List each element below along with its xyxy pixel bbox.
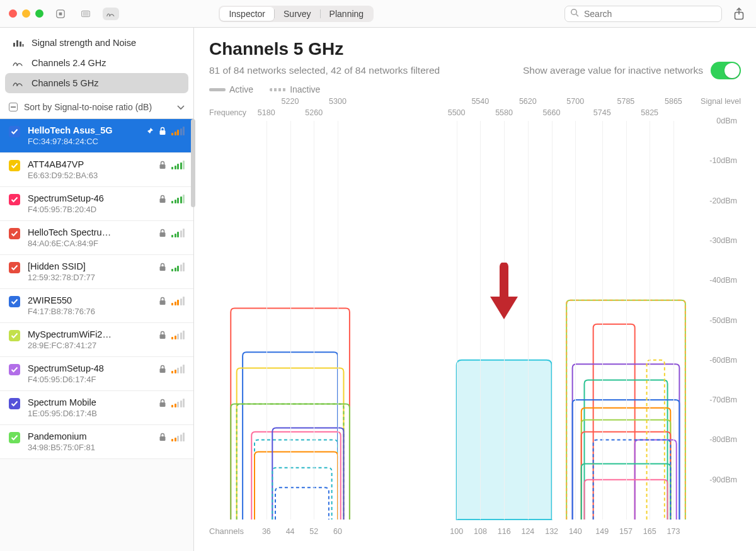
stop-scan-button[interactable] <box>52 8 69 20</box>
freq-tick-label: 5260 <box>305 108 323 117</box>
channel-tick-label: 116 <box>498 527 511 536</box>
svg-rect-18 <box>160 266 166 271</box>
sort-label: Sort by Signal-to-noise ratio (dB) <box>24 102 152 112</box>
category-list: Signal strength and NoiseChannels 2.4 GH… <box>0 28 193 96</box>
network-item[interactable]: HelloTech Asus_5GFC:34:97:84:24:CC <box>0 119 193 153</box>
signal-bars-icon <box>171 365 185 373</box>
freq-tick-label: 5620 <box>519 97 537 106</box>
network-list[interactable]: HelloTech Asus_5GFC:34:97:84:24:CCATT4AB… <box>0 119 193 459</box>
svg-marker-25 <box>490 297 518 319</box>
signal-bars-icon <box>171 331 185 339</box>
network-mac: 12:59:32:78:D7:77 <box>28 273 185 282</box>
channel-view-button[interactable] <box>103 8 119 20</box>
network-mac: 84:A0:6E:CA:84:9F <box>28 239 185 248</box>
network-item[interactable]: MySpectrumWiFi2…28:9E:FC:87:41:27 <box>0 323 193 357</box>
lock-icon <box>159 297 166 305</box>
network-mac: E6:63:D9:52:BA:63 <box>28 171 185 180</box>
sort-dropdown[interactable]: Sort by Signal-to-noise ratio (dB) <box>0 96 193 119</box>
titlebar: InspectorSurveyPlanning <box>0 0 756 28</box>
signal-bars-icon <box>171 161 185 169</box>
minimize-window-button[interactable] <box>22 9 30 18</box>
lock-icon <box>159 195 166 203</box>
tab-survey[interactable]: Survey <box>275 7 320 21</box>
scrollbar[interactable] <box>191 119 195 207</box>
signal-bars-icon <box>171 195 185 203</box>
network-checkbox[interactable] <box>9 228 20 239</box>
freq-tick-label: 5540 <box>471 97 489 106</box>
network-mac: F4:05:95:7B:20:4D <box>28 205 185 214</box>
legend-swatch-active <box>209 88 226 91</box>
category-channels-5-ghz[interactable]: Channels 5 GHz <box>5 73 188 93</box>
network-item[interactable]: ATT4AB47VPE6:63:D9:52:BA:63 <box>0 153 193 187</box>
network-item[interactable]: SpectrumSetup-46F4:05:95:7B:20:4D <box>0 187 193 221</box>
content: Signal strength and NoiseChannels 2.4 GH… <box>0 28 756 551</box>
network-checkbox[interactable] <box>9 160 20 171</box>
search-field[interactable] <box>564 6 722 22</box>
svg-rect-19 <box>160 300 166 305</box>
channels-axis-header: Channels <box>209 526 244 536</box>
svg-point-6 <box>571 9 577 14</box>
network-checkbox[interactable] <box>9 126 20 137</box>
mode-segmented-control: InspectorSurveyPlanning <box>219 6 374 22</box>
freq-tick-label: 5300 <box>329 97 346 106</box>
signal-bars-icon <box>171 127 185 135</box>
category-signal-strength-and-noise[interactable]: Signal strength and Noise <box>5 33 188 53</box>
chevron-down-icon <box>177 102 185 112</box>
lock-icon <box>159 161 166 169</box>
network-mac: FC:34:97:84:24:CC <box>28 137 185 146</box>
network-checkbox[interactable] <box>9 262 20 273</box>
legend-active-label: Active <box>229 84 253 94</box>
collapse-toggle-icon <box>9 103 18 111</box>
freq-tick-label: 5580 <box>495 108 513 117</box>
network-checkbox[interactable] <box>9 330 20 341</box>
network-checkbox[interactable] <box>9 398 20 409</box>
share-button[interactable] <box>731 8 747 20</box>
channel-tick-label: 100 <box>450 527 463 536</box>
category-channels-2-4-ghz[interactable]: Channels 2.4 GHz <box>5 53 188 73</box>
network-item[interactable]: 2WIRE550F4:17:B8:78:76:76 <box>0 289 193 323</box>
network-item[interactable]: Spectrum Mobile1E:05:95:D6:17:4B <box>0 391 193 425</box>
tab-inspector[interactable]: Inspector <box>220 7 274 21</box>
list-view-button[interactable] <box>77 8 94 20</box>
channel-tick-label: 149 <box>595 527 609 536</box>
signal-bars-icon <box>171 297 185 305</box>
svg-rect-16 <box>160 198 166 203</box>
sidebar: Signal strength and NoiseChannels 2.4 GH… <box>0 28 194 551</box>
window-controls <box>9 9 43 18</box>
signal-bars-icon <box>171 433 185 441</box>
inactive-avg-toggle-label: Show average value for inactive networks <box>523 65 703 76</box>
network-item[interactable]: SpectrumSetup-48F4:05:95:D6:17:4F <box>0 357 193 391</box>
app-window: InspectorSurveyPlanning Signal strength … <box>0 0 756 551</box>
channel-icon <box>13 59 24 67</box>
network-item[interactable]: [Hidden SSID]12:59:32:78:D7:77 <box>0 255 193 289</box>
network-checkbox[interactable] <box>9 364 20 375</box>
maximize-window-button[interactable] <box>35 9 43 18</box>
svg-rect-1 <box>59 12 62 15</box>
inactive-avg-toggle[interactable] <box>711 62 741 79</box>
page-title: Channels 5 GHz <box>209 39 741 59</box>
y-tick-label: -80dBm <box>709 435 737 444</box>
channel-chart: Channels 0dBm-10dBm-20dBm-30dBm-40dBm-50… <box>209 97 741 545</box>
tab-planning[interactable]: Planning <box>321 7 373 21</box>
network-checkbox[interactable] <box>9 194 20 205</box>
y-tick-label: -30dBm <box>709 236 737 245</box>
network-item[interactable]: HelloTech Spectru…84:A0:6E:CA:84:9F <box>0 221 193 255</box>
freq-tick-label: 5700 <box>566 97 584 106</box>
y-tick-label: -50dBm <box>709 316 737 325</box>
freq-tick-label: 5785 <box>617 97 635 106</box>
signal-bars-icon <box>171 263 185 271</box>
network-item[interactable]: Pandemonium34:98:B5:75:0F:81 <box>0 425 193 459</box>
network-checkbox[interactable] <box>9 296 20 307</box>
freq-tick-label: 5180 <box>258 108 275 117</box>
freq-tick-label: 5825 <box>641 108 658 117</box>
svg-rect-13 <box>23 44 24 47</box>
network-checkbox[interactable] <box>9 432 20 443</box>
svg-rect-23 <box>160 436 166 441</box>
channel-tick-label: 60 <box>333 527 342 536</box>
y-tick-label: -20dBm <box>709 196 737 205</box>
chart-curves <box>255 121 694 520</box>
lock-icon <box>159 127 166 135</box>
close-window-button[interactable] <box>9 9 17 18</box>
search-input[interactable] <box>583 8 716 20</box>
channel-icon <box>13 79 24 87</box>
